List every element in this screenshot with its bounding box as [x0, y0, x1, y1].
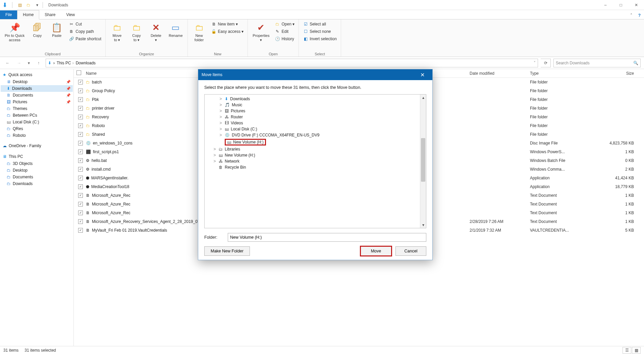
select-none-button[interactable]: ☐Select none [302, 28, 338, 35]
refresh-button[interactable]: ⟳ [541, 59, 551, 67]
scroll-up-icon[interactable]: ▴ [420, 95, 426, 101]
sidebar-item-between-pcs[interactable]: 🗀Between PCs [1, 112, 73, 119]
row-checkbox[interactable]: ✓ [78, 219, 83, 224]
nav-this-pc[interactable]: 🖥This PC [1, 153, 73, 160]
row-checkbox[interactable]: ✓ [78, 141, 83, 145]
sidebar-item-documents[interactable]: 🗀Documents [1, 174, 73, 180]
row-checkbox[interactable]: ✓ [78, 106, 83, 111]
header-checkbox[interactable] [76, 70, 81, 75]
tree-item-new-volume-h-[interactable]: >🖴New Volume (H:) [205, 152, 425, 158]
move-confirm-button[interactable]: Move [361, 246, 391, 256]
row-checkbox[interactable]: ✓ [78, 211, 83, 215]
move-to-button[interactable]: 🗀Move to ▾ [108, 21, 126, 43]
folder-tree[interactable]: >⬇Downloads>🎵Music>🖼Pictures>🖧Router>🎞Vi… [204, 94, 426, 228]
tree-item-music[interactable]: >🎵Music [205, 102, 425, 108]
delete-button[interactable]: ✕Delete ▾ [147, 21, 165, 43]
minimize-button[interactable]: – [598, 0, 613, 10]
address-dropdown-icon[interactable]: ˅ [534, 61, 536, 65]
sidebar-item-desktop[interactable]: 🖥Desktop📌 [1, 78, 73, 85]
tree-item-downloads[interactable]: >⬇Downloads [205, 96, 425, 102]
column-size[interactable]: Size [590, 71, 644, 76]
sidebar-item-local-disk-c-[interactable]: 🖴Local Disk (C:) [1, 119, 73, 125]
row-checkbox[interactable]: ✓ [78, 228, 83, 233]
ribbon-collapse-icon[interactable]: ˄ [628, 12, 635, 19]
qat-save-icon[interactable]: ▤ [16, 2, 23, 8]
copy-button[interactable]: 🗐 Copy [29, 21, 46, 39]
nav-recent-button[interactable]: ▾ [26, 59, 32, 67]
row-checkbox[interactable]: ✓ [78, 176, 83, 180]
close-button[interactable]: ✕ [629, 0, 644, 10]
sidebar-item-downloads[interactable]: ⬇Downloads📌 [1, 85, 73, 92]
row-checkbox[interactable]: ✓ [78, 193, 83, 198]
new-folder-button[interactable]: 🗀New folder [191, 21, 208, 43]
tab-share[interactable]: Share [39, 10, 61, 19]
expander-icon[interactable]: > [219, 115, 223, 119]
tree-item-videos[interactable]: >🎞Videos [205, 120, 425, 126]
help-icon[interactable]: ? [635, 12, 644, 19]
column-type[interactable]: Type [530, 71, 590, 76]
tree-item-router[interactable]: >🖧Router [205, 114, 425, 120]
sidebar-item-qres[interactable]: 🗀QRes [1, 125, 73, 132]
sidebar-item-themes[interactable]: 🗀Themes [1, 105, 73, 112]
rename-button[interactable]: ▭Rename [167, 21, 185, 39]
nav-quick-access[interactable]: ★Quick access [1, 71, 73, 78]
tab-home[interactable]: Home [17, 10, 39, 19]
search-input[interactable]: Search Downloads 🔍 [553, 59, 641, 67]
paste-button[interactable]: 📋 Paste [48, 21, 65, 39]
qat-dropdown-icon[interactable]: ▾ [34, 2, 41, 8]
dialog-titlebar[interactable]: Move Items ✕ [198, 69, 432, 80]
sidebar-item-documents[interactable]: 🗎Documents📌 [1, 92, 73, 99]
copy-path-button[interactable]: 🗎Copy path [67, 28, 103, 35]
sidebar-item-3d-objects[interactable]: 🗀3D Objects [1, 160, 73, 167]
qat-folder-icon[interactable]: 🗀 [25, 2, 32, 8]
folder-input[interactable] [228, 233, 426, 242]
sidebar-item-pictures[interactable]: 🖼Pictures📌 [1, 99, 73, 105]
row-checkbox[interactable]: ✓ [78, 97, 83, 102]
expander-icon[interactable]: > [219, 127, 223, 131]
make-new-folder-button[interactable]: Make New Folder [204, 246, 250, 256]
dialog-close-button[interactable]: ✕ [416, 69, 429, 80]
sidebar-item-desktop[interactable]: 🗀Desktop [1, 167, 73, 174]
cut-button[interactable]: ✂Cut [67, 21, 103, 27]
row-checkbox[interactable]: ✓ [78, 80, 83, 84]
row-checkbox[interactable]: ✓ [78, 150, 83, 154]
tree-item-network[interactable]: >🖧Network [205, 158, 425, 164]
tree-item-pictures[interactable]: >🖼Pictures [205, 108, 425, 114]
tab-file[interactable]: File [0, 10, 17, 19]
invert-selection-button[interactable]: ◧Invert selection [302, 36, 338, 42]
select-all-button[interactable]: ☑Select all [302, 21, 338, 27]
paste-shortcut-button[interactable]: 🔗Paste shortcut [67, 36, 103, 42]
expander-icon[interactable]: > [219, 133, 223, 137]
edit-button[interactable]: ✎Edit [273, 28, 296, 35]
expander-icon[interactable]: > [219, 109, 223, 113]
nav-back-button[interactable]: ← [3, 59, 12, 67]
nav-up-button[interactable]: ↑ [34, 59, 43, 67]
row-checkbox[interactable]: ✓ [78, 132, 83, 137]
pin-to-quick-access-button[interactable]: 📌 Pin to Quick access [3, 21, 26, 43]
tree-item-libraries[interactable]: >🗂Libraries [205, 146, 425, 152]
view-large-button[interactable]: ▦ [632, 347, 641, 354]
expander-icon[interactable]: > [219, 103, 223, 107]
nav-forward-button[interactable]: → [15, 59, 23, 67]
tree-item-new-volume-h-[interactable]: 🖴New Volume (H:) [205, 138, 425, 146]
row-checkbox[interactable]: ✓ [78, 158, 83, 163]
open-button[interactable]: 🗀Open ▾ [273, 21, 296, 27]
tree-item-dvd-drive-f-cccoma-x64fre-en-us-dv9[interactable]: >💿DVD Drive (F:) CCCOMA_X64FRE_EN-US_DV9 [205, 132, 425, 138]
row-checkbox[interactable]: ✓ [78, 202, 83, 206]
maximize-button[interactable]: □ [613, 0, 629, 10]
nav-onedrive[interactable]: ☁OneDrive - Family [1, 142, 73, 150]
expander-icon[interactable]: > [219, 97, 223, 101]
new-item-button[interactable]: 🗎New item ▾ [210, 21, 245, 27]
expander-icon[interactable]: > [213, 159, 217, 164]
copy-to-button[interactable]: 🗀Copy to ▾ [128, 21, 145, 43]
tree-item-recycle-bin[interactable]: 🗑Recycle Bin [205, 164, 425, 170]
expander-icon[interactable]: > [219, 121, 223, 125]
scroll-thumb[interactable] [421, 138, 425, 182]
expander-icon[interactable]: > [213, 153, 217, 158]
scroll-down-icon[interactable]: ▾ [420, 222, 426, 228]
history-button[interactable]: 🕒History [273, 36, 296, 42]
tab-view[interactable]: View [61, 10, 80, 19]
easy-access-button[interactable]: 🔓Easy access ▾ [210, 28, 245, 35]
tree-scrollbar[interactable]: ▴ ▾ [420, 95, 426, 228]
breadcrumb[interactable]: ⬇ › This PC› Downloads ˅ [46, 59, 538, 67]
